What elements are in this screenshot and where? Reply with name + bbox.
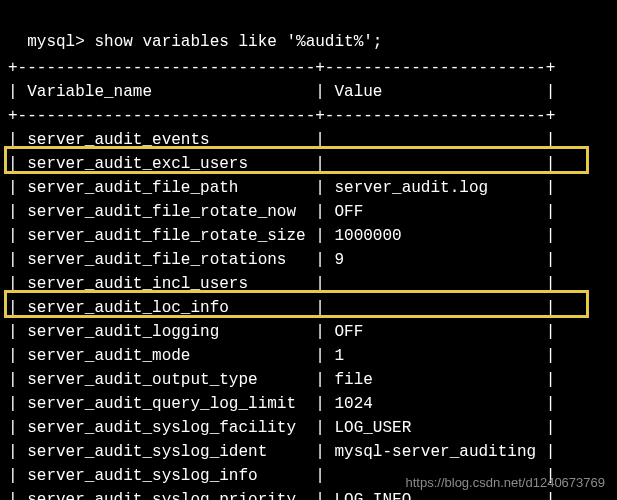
table-row-3: | server_audit_file_rotate_now | OFF | — [8, 200, 609, 224]
table-row-10: | server_audit_output_type | file | — [8, 368, 609, 392]
table-row-8: | server_audit_logging | OFF | — [8, 320, 609, 344]
table-row-6: | server_audit_incl_users | | — [8, 272, 609, 296]
table-row-12: | server_audit_syslog_facility | LOG_USE… — [8, 416, 609, 440]
watermark-url: https://blog.csdn.net/d1240673769 — [406, 473, 606, 493]
command-line: mysql> show variables like '%audit%'; — [8, 6, 609, 54]
sql-query: show variables like '%audit%'; — [94, 33, 382, 51]
table-row-1: | server_audit_excl_users | | — [8, 152, 609, 176]
table-header-row: | Variable_name | Value | — [8, 80, 609, 104]
table-border-top: +-------------------------------+-------… — [8, 56, 609, 80]
table-row-7: | server_audit_loc_info | | — [8, 296, 609, 320]
result-table: +-------------------------------+-------… — [8, 56, 609, 500]
table-row-9: | server_audit_mode | 1 | — [8, 344, 609, 368]
table-row-2: | server_audit_file_path | server_audit.… — [8, 176, 609, 200]
table-border-mid: +-------------------------------+-------… — [8, 104, 609, 128]
mysql-prompt: mysql> — [27, 33, 85, 51]
table-row-4: | server_audit_file_rotate_size | 100000… — [8, 224, 609, 248]
table-row-5: | server_audit_file_rotations | 9 | — [8, 248, 609, 272]
table-row-11: | server_audit_query_log_limit | 1024 | — [8, 392, 609, 416]
table-row-13: | server_audit_syslog_ident | mysql-serv… — [8, 440, 609, 464]
table-row-0: | server_audit_events | | — [8, 128, 609, 152]
